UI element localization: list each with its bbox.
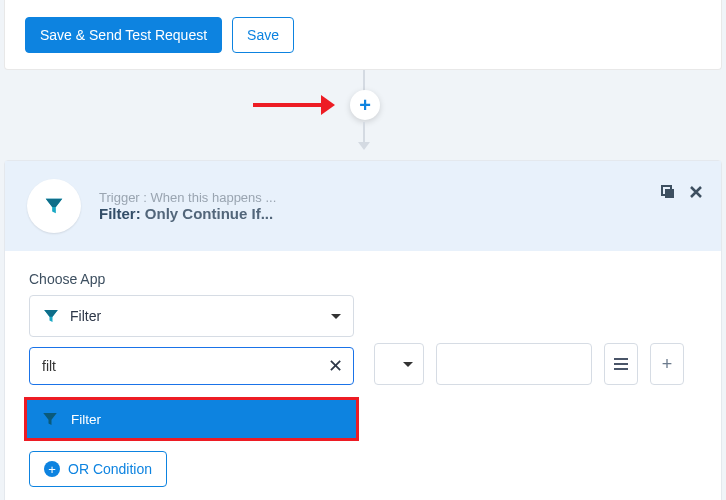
or-condition-label: OR Condition xyxy=(68,461,152,477)
trigger-label: Trigger : When this happens ... xyxy=(99,190,276,205)
svg-rect-1 xyxy=(665,189,674,198)
app-option-label: Filter xyxy=(71,412,101,427)
plus-icon: + xyxy=(359,94,371,117)
save-button[interactable]: Save xyxy=(232,17,294,53)
app-icon-circle xyxy=(27,179,81,233)
funnel-icon xyxy=(43,195,65,217)
step-card: Trigger : When this happens ... Filter: … xyxy=(4,160,722,500)
step-card-header: Trigger : When this happens ... Filter: … xyxy=(5,161,721,251)
field-picker-button[interactable] xyxy=(604,343,638,385)
funnel-icon xyxy=(41,410,59,428)
choose-app-label: Choose App xyxy=(29,271,697,287)
plus-circle-icon: + xyxy=(44,461,60,477)
close-icon[interactable] xyxy=(687,183,705,201)
condition-row: + xyxy=(374,343,697,385)
plus-icon: + xyxy=(662,354,673,375)
app-search-input[interactable] xyxy=(40,357,328,375)
or-condition-button[interactable]: + OR Condition xyxy=(29,451,167,487)
app-select-value: Filter xyxy=(70,308,101,324)
clear-search-icon[interactable]: ✕ xyxy=(328,355,343,377)
app-search-box: ✕ xyxy=(29,347,354,385)
app-dropdown: Filter xyxy=(24,397,359,441)
add-condition-button[interactable]: + xyxy=(650,343,684,385)
app-option-filter[interactable]: Filter xyxy=(27,400,356,438)
filter-prefix: Filter: xyxy=(99,205,141,222)
chevron-down-icon xyxy=(403,362,413,367)
add-step-button[interactable]: + xyxy=(350,90,380,120)
save-send-button[interactable]: Save & Send Test Request xyxy=(25,17,222,53)
step-title: Trigger : When this happens ... Filter: … xyxy=(99,190,276,222)
duplicate-icon[interactable] xyxy=(659,183,677,201)
connector-arrow xyxy=(358,142,370,150)
step-card-body: Choose App Filter ✕ xyxy=(5,251,721,500)
app-select[interactable]: Filter xyxy=(29,295,354,337)
menu-icon xyxy=(613,358,629,370)
condition-operator-select[interactable] xyxy=(374,343,424,385)
funnel-icon xyxy=(42,307,60,325)
toolbar: Save & Send Test Request Save xyxy=(4,0,722,70)
condition-value-input[interactable] xyxy=(436,343,592,385)
filter-description: Only Continue If... xyxy=(141,205,274,222)
chevron-down-icon xyxy=(331,314,341,319)
